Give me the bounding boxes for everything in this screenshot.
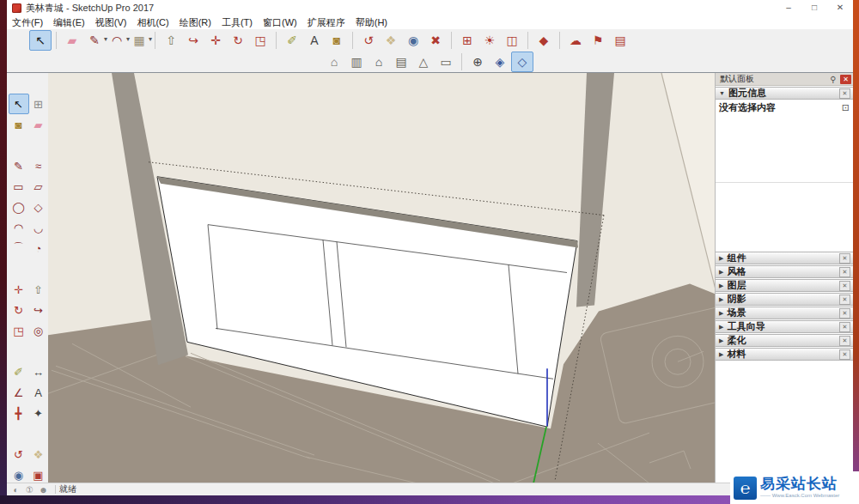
view-back-icon[interactable]: ▥ [345, 52, 368, 72]
two-point-perspective-icon[interactable]: ◇ [511, 52, 533, 72]
panel-section-soften-edges[interactable]: ▶ 柔化 ✕ [716, 334, 853, 347]
palette-orbit-icon[interactable]: ↺ [9, 444, 29, 465]
maximize-button[interactable]: □ [801, 0, 827, 15]
palette-paint-bucket-icon[interactable]: ◙ [9, 114, 29, 135]
dropdown-arrow-icon[interactable]: ▾ [149, 35, 155, 43]
palette-3d-text-icon[interactable]: ✦ [28, 403, 49, 423]
panel-section-components[interactable]: ▶ 组件 ✕ [716, 252, 853, 264]
view-iso-icon[interactable]: ⌂ [323, 52, 345, 72]
follow-me-tool-icon[interactable]: ↪ [182, 30, 204, 51]
palette-scale-icon[interactable]: ◳ [9, 320, 29, 341]
palette-three-point-arc-icon[interactable]: ⌒ [9, 238, 29, 258]
section-close-icon[interactable]: ✕ [839, 281, 850, 291]
user-icon[interactable]: ☻ [38, 484, 49, 495]
palette-eraser-icon[interactable]: ▰ [28, 114, 49, 135]
palette-two-point-arc-icon[interactable]: ◡ [28, 217, 49, 238]
axes-toggle-icon[interactable]: ⊕ [466, 52, 489, 72]
menu-extensions[interactable]: 扩展程序 [302, 15, 350, 29]
panel-section-materials[interactable]: ▶ 材料 ✕ [716, 348, 853, 361]
palette-zoom-window-icon[interactable]: ▣ [28, 465, 49, 483]
shadows-icon[interactable]: ☀ [478, 30, 501, 51]
section-close-icon[interactable]: ✕ [839, 322, 850, 332]
palette-pie-icon[interactable]: ◔ [28, 238, 49, 258]
match-photo-icon[interactable]: ◫ [501, 30, 523, 51]
panel-section-styles[interactable]: ▶ 风格 ✕ [716, 265, 853, 278]
menu-draw[interactable]: 绘图(R) [174, 15, 216, 29]
panel-section-scenes[interactable]: ▶ 场景 ✕ [716, 307, 853, 319]
section-close-icon[interactable]: ✕ [839, 308, 850, 319]
palette-select-icon[interactable]: ↖ [9, 94, 29, 114]
perspective-icon[interactable]: ◈ [489, 52, 511, 72]
palette-rotate-icon[interactable]: ↻ [9, 300, 29, 320]
panel-section-entity-info[interactable]: ▼ 图元信息 ✕ [716, 87, 853, 100]
palette-axes-icon[interactable]: ╋ [9, 403, 29, 423]
menu-camera[interactable]: 相机(C) [131, 15, 174, 29]
palette-move-icon[interactable]: ✛ [9, 279, 29, 300]
scale-tool-icon[interactable]: ◳ [249, 30, 271, 51]
menu-help[interactable]: 帮助(H) [350, 15, 393, 29]
palette-follow-me-icon[interactable]: ↪ [28, 300, 49, 320]
menu-tools[interactable]: 工具(T) [216, 15, 258, 29]
minimize-button[interactable]: – [776, 0, 801, 15]
text-tool-icon[interactable]: A [303, 30, 326, 51]
geo-location-icon[interactable]: ◐ [10, 484, 21, 495]
warehouse-3d-icon[interactable]: ☁ [564, 30, 587, 51]
view-right-icon[interactable]: ▭ [435, 52, 457, 72]
tape-measure-tool-icon[interactable]: ✐ [281, 30, 303, 51]
credits-icon[interactable]: ① [24, 484, 35, 495]
menu-window[interactable]: 窗口(W) [258, 15, 302, 29]
close-button[interactable]: ✕ [827, 0, 853, 15]
section-close-icon[interactable]: ✕ [839, 88, 850, 99]
palette-polygon-icon[interactable]: ◇ [28, 197, 49, 217]
rectangle-tool-icon[interactable]: ▦ ▾ [128, 30, 150, 51]
section-close-icon[interactable]: ✕ [839, 349, 850, 360]
section-close-icon[interactable]: ✕ [839, 336, 850, 346]
view-top-icon[interactable]: ▤ [390, 52, 412, 72]
palette-protractor-icon[interactable]: ∠ [9, 382, 29, 403]
push-pull-tool-icon[interactable]: ⇧ [160, 30, 182, 51]
palette-make-component-icon[interactable]: ⊞ [28, 94, 49, 114]
extension-warehouse-icon[interactable]: ▤ [609, 30, 631, 51]
entity-detail-icon[interactable]: ⊡ [842, 102, 850, 113]
add-location-icon[interactable]: ⚑ [587, 30, 609, 51]
arc-tool-icon[interactable]: ◠ ▾ [106, 30, 128, 51]
section-close-icon[interactable]: ✕ [839, 253, 850, 264]
palette-offset-icon[interactable]: ◎ [28, 320, 49, 341]
palette-freehand-icon[interactable]: ≈ [28, 155, 49, 176]
palette-rectangle-icon[interactable]: ▭ [9, 176, 29, 197]
palette-tape-measure-icon[interactable]: ✐ [9, 361, 29, 382]
menu-view[interactable]: 视图(V) [90, 15, 132, 29]
palette-zoom-icon[interactable]: ◉ [9, 465, 29, 483]
palette-rotated-rectangle-icon[interactable]: ▱ [28, 176, 49, 197]
palette-push-pull-icon[interactable]: ⇧ [28, 279, 49, 300]
section-close-icon[interactable]: ✕ [839, 267, 850, 277]
select-tool-icon[interactable]: ↖ [29, 30, 52, 51]
make-component-icon[interactable]: ⊞ [456, 30, 478, 51]
palette-circle-icon[interactable]: ◯ [9, 197, 29, 217]
send-to-layout-icon[interactable]: ◆ [533, 30, 555, 51]
palette-dimension-icon[interactable]: ↔ [28, 361, 49, 382]
orbit-tool-icon[interactable]: ↺ [357, 30, 380, 51]
tray-close-icon[interactable]: ✕ [840, 75, 851, 84]
palette-text-icon[interactable]: A [28, 382, 49, 403]
paint-bucket-tool-icon[interactable]: ◙ [326, 30, 348, 51]
palette-line-icon[interactable]: ✎ [9, 155, 29, 176]
zoom-extents-tool-icon[interactable]: ✖ [424, 30, 447, 51]
view-left-icon[interactable]: △ [412, 52, 435, 72]
palette-pan-icon[interactable]: ❖ [28, 444, 49, 465]
section-close-icon[interactable]: ✕ [839, 295, 850, 305]
pin-icon[interactable]: ⚲ [828, 75, 838, 84]
panel-section-shadows[interactable]: ▶ 阴影 ✕ [716, 293, 853, 306]
zoom-tool-icon[interactable]: ◉ [402, 30, 424, 51]
model-canvas[interactable] [48, 73, 716, 483]
view-front-icon[interactable]: ⌂ [368, 52, 390, 72]
menu-file[interactable]: 文件(F) [7, 15, 48, 29]
eraser-tool-icon[interactable]: ▰ [61, 30, 83, 51]
menu-edit[interactable]: 编辑(E) [48, 15, 90, 29]
move-tool-icon[interactable]: ✛ [204, 30, 227, 51]
line-tool-icon[interactable]: ✎ ▾ [83, 30, 106, 51]
pan-tool-icon[interactable]: ❖ [380, 30, 402, 51]
rotate-tool-icon[interactable]: ↻ [227, 30, 249, 51]
panel-section-instructor[interactable]: ▶ 工具向导 ✕ [716, 320, 853, 333]
panel-section-layers[interactable]: ▶ 图层 ✕ [716, 279, 853, 292]
